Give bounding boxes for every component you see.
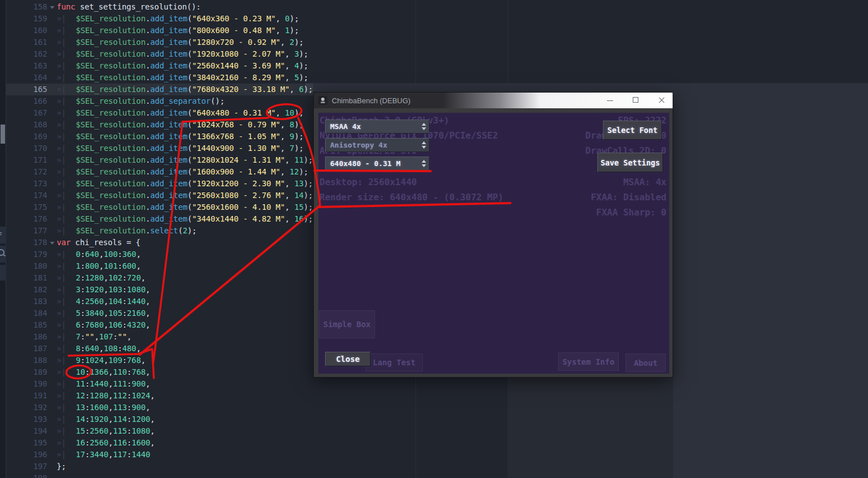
simple-box-button[interactable]: Simple Box bbox=[319, 310, 375, 338]
tab-indent-marker: »| bbox=[57, 390, 76, 402]
system-info-button[interactable]: System Info bbox=[558, 352, 619, 371]
about-button[interactable]: About bbox=[625, 353, 666, 372]
line-number[interactable]: 188 bbox=[6, 355, 47, 366]
code-line-197[interactable]: 197}; bbox=[6, 461, 515, 472]
line-number[interactable]: 186 bbox=[6, 331, 47, 343]
line-number[interactable]: 162 bbox=[6, 48, 47, 60]
line-number[interactable]: 189 bbox=[6, 366, 47, 378]
line-number[interactable]: 175 bbox=[6, 201, 47, 213]
line-number[interactable]: 163 bbox=[6, 60, 47, 72]
line-number[interactable]: 158 bbox=[6, 1, 47, 13]
spinner-arrows-icon[interactable] bbox=[422, 141, 426, 149]
code-text: $SEL_resolution.add_separator(); bbox=[76, 95, 225, 107]
code-text: 5:3840,105:2160, bbox=[76, 307, 150, 319]
spinner-arrows-icon[interactable] bbox=[422, 160, 426, 167]
line-number[interactable]: 171 bbox=[6, 154, 47, 166]
code-text: 4:2560,104:1440, bbox=[76, 296, 150, 307]
line-number[interactable]: 185 bbox=[6, 319, 47, 331]
code-line-164[interactable]: 164»|$SEL_resolution.add_item("3840x2160… bbox=[6, 72, 515, 84]
rail-button-distraction-icon[interactable]: F bbox=[0, 227, 6, 243]
code-text: 1:800,101:600, bbox=[76, 260, 141, 272]
line-number[interactable]: 159 bbox=[6, 13, 47, 25]
line-number[interactable]: 178 bbox=[6, 237, 47, 249]
select-font-button[interactable]: Select Font bbox=[603, 121, 662, 140]
line-number[interactable]: 168 bbox=[6, 119, 47, 131]
dropdown-selected-value: MSAA 4x bbox=[330, 122, 361, 131]
lang-test-button[interactable]: Lang Test bbox=[366, 353, 423, 371]
maximize-button-icon[interactable] bbox=[627, 93, 644, 108]
line-number[interactable]: 192 bbox=[6, 402, 47, 413]
code-text: $SEL_resolution.select(2); bbox=[76, 225, 197, 237]
close-button[interactable]: Close bbox=[325, 352, 371, 366]
line-number[interactable]: 170 bbox=[6, 143, 47, 154]
save-settings-button[interactable]: Save Settings bbox=[597, 153, 663, 172]
line-number[interactable]: 166 bbox=[6, 95, 47, 107]
line-number[interactable]: 177 bbox=[6, 225, 47, 237]
tab-indent-marker: »| bbox=[57, 225, 76, 237]
line-number[interactable]: 176 bbox=[6, 213, 47, 225]
line-number[interactable]: 164 bbox=[6, 72, 47, 84]
msaa-dropdown[interactable]: MSAA 4x bbox=[325, 120, 430, 134]
dropdown-selected-value: 640x480 - 0.31 M bbox=[330, 159, 400, 168]
code-line-194[interactable]: 194»|15:2560,115:1080, bbox=[6, 425, 515, 437]
line-number[interactable]: 195 bbox=[6, 437, 47, 449]
line-number[interactable]: 179 bbox=[6, 249, 47, 260]
tab-indent-marker: »| bbox=[57, 143, 76, 154]
line-number[interactable]: 196 bbox=[6, 449, 47, 461]
line-number[interactable]: 181 bbox=[6, 272, 47, 284]
code-line-158[interactable]: 158func set_settings_resolution(): bbox=[6, 1, 515, 13]
spinner-arrows-icon[interactable] bbox=[422, 123, 426, 130]
code-text: $SEL_resolution.add_item("1600x900 - 1.4… bbox=[76, 166, 308, 178]
line-number[interactable]: 165 bbox=[6, 84, 47, 95]
close-window-button-icon[interactable] bbox=[653, 93, 670, 108]
rail-button-search-icon[interactable] bbox=[0, 246, 6, 263]
minimize-button-icon[interactable] bbox=[601, 93, 618, 108]
tab-indent-marker: »| bbox=[57, 25, 76, 36]
code-line-191[interactable]: 191»|12:1280,112:1024, bbox=[6, 390, 515, 402]
line-number[interactable]: 187 bbox=[6, 343, 47, 355]
tab-indent-marker: »| bbox=[57, 60, 76, 72]
line-number[interactable]: 160 bbox=[6, 25, 47, 36]
code-line-192[interactable]: 192»|13:1600,113:900, bbox=[6, 402, 515, 413]
scrollbar-thumb[interactable] bbox=[1, 125, 5, 144]
line-number[interactable]: 190 bbox=[6, 378, 47, 390]
line-number[interactable]: 182 bbox=[6, 284, 47, 296]
screen: F 158func set_settings_resolution():159»… bbox=[0, 0, 868, 478]
line-number[interactable]: 197 bbox=[6, 461, 47, 472]
line-number[interactable]: 198 bbox=[6, 472, 47, 478]
code-line-195[interactable]: 195»|16:2560,116:1600, bbox=[6, 437, 515, 449]
line-number[interactable]: 161 bbox=[6, 36, 47, 48]
resolution-dropdown[interactable]: 640x480 - 0.31 M bbox=[325, 157, 430, 171]
anisotropy-dropdown[interactable]: Anisotropy 4x bbox=[325, 138, 430, 152]
tab-indent-marker: »| bbox=[57, 13, 76, 25]
code-text: $SEL_resolution.add_item("640x480 - 0.31… bbox=[76, 107, 304, 119]
line-number[interactable]: 184 bbox=[6, 307, 47, 319]
line-number[interactable]: 183 bbox=[6, 296, 47, 307]
code-text: $SEL_resolution.add_item("1024x768 - 0.7… bbox=[76, 119, 304, 131]
line-number[interactable]: 169 bbox=[6, 131, 47, 143]
code-line-198[interactable]: 198 bbox=[6, 472, 515, 478]
tab-indent-marker: »| bbox=[57, 296, 76, 307]
line-number[interactable]: 167 bbox=[6, 107, 47, 119]
rail-button-icon[interactable] bbox=[0, 265, 6, 281]
code-line-160[interactable]: 160»|$SEL_resolution.add_item("800x600 -… bbox=[6, 25, 515, 36]
line-number[interactable]: 172 bbox=[6, 166, 47, 178]
line-number[interactable]: 180 bbox=[6, 260, 47, 272]
line-number[interactable]: 173 bbox=[6, 178, 47, 190]
code-line-162[interactable]: 162»|$SEL_resolution.add_item("1920x1080… bbox=[6, 48, 515, 60]
tab-indent-marker: »| bbox=[57, 343, 76, 355]
code-text: $SEL_resolution.add_item("2560x1600 - 4.… bbox=[76, 201, 313, 213]
code-line-163[interactable]: 163»|$SEL_resolution.add_item("2560x1440… bbox=[6, 60, 515, 72]
code-line-193[interactable]: 193»|14:1920,114:1200, bbox=[6, 413, 515, 425]
code-line-159[interactable]: 159»|$SEL_resolution.add_item("640x360 -… bbox=[6, 13, 515, 25]
code-line-196[interactable]: 196»|17:3440,117:1440 bbox=[6, 449, 515, 461]
code-line-161[interactable]: 161»|$SEL_resolution.add_item("1280x720 … bbox=[6, 36, 515, 48]
stat-text: FXAA Sharp: 0 bbox=[596, 207, 666, 218]
window-titlebar[interactable]: ChimbaBench (DEBUG) bbox=[314, 93, 673, 108]
tab-indent-marker: »| bbox=[57, 84, 76, 95]
line-number[interactable]: 174 bbox=[6, 190, 47, 201]
line-number[interactable]: 194 bbox=[6, 425, 47, 437]
line-number[interactable]: 191 bbox=[6, 390, 47, 402]
line-number[interactable]: 193 bbox=[6, 413, 47, 425]
code-line-190[interactable]: 190»|11:1440,111:900, bbox=[6, 378, 515, 390]
